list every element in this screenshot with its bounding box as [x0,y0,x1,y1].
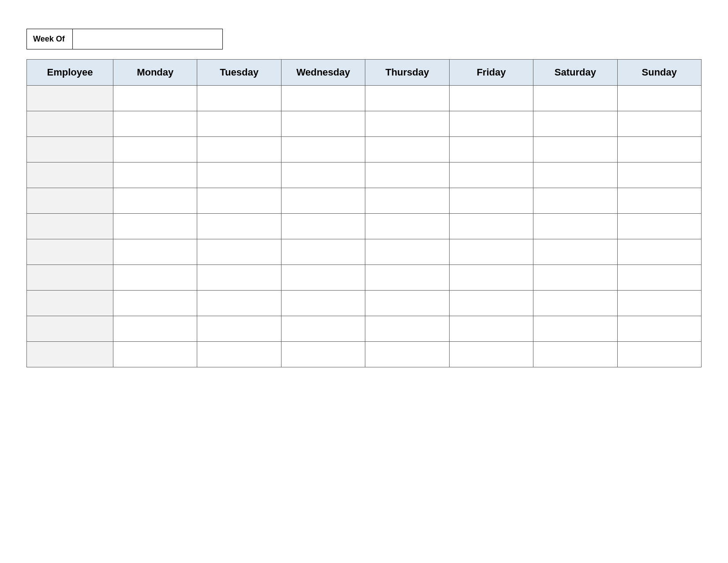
header-monday: Monday [113,60,197,86]
schedule-cell[interactable] [533,265,617,291]
schedule-cell[interactable] [533,188,617,214]
schedule-cell[interactable] [113,342,197,367]
schedule-cell[interactable] [281,291,365,316]
schedule-cell[interactable] [617,162,701,188]
schedule-cell[interactable] [365,342,449,367]
schedule-cell[interactable] [197,214,281,239]
schedule-cell[interactable] [365,265,449,291]
schedule-cell[interactable] [281,188,365,214]
schedule-cell[interactable] [365,111,449,137]
table-body [27,86,702,367]
schedule-cell[interactable] [365,86,449,111]
schedule-cell[interactable] [365,188,449,214]
schedule-cell[interactable] [533,214,617,239]
schedule-cell[interactable] [449,214,533,239]
schedule-cell[interactable] [617,111,701,137]
schedule-cell[interactable] [281,162,365,188]
schedule-cell[interactable] [197,316,281,342]
employee-cell[interactable] [27,162,113,188]
schedule-cell[interactable] [197,86,281,111]
schedule-cell[interactable] [365,316,449,342]
schedule-cell[interactable] [197,188,281,214]
header-employee: Employee [27,60,113,86]
schedule-cell[interactable] [365,162,449,188]
header-friday: Friday [449,60,533,86]
schedule-cell[interactable] [365,291,449,316]
schedule-cell[interactable] [617,214,701,239]
schedule-cell[interactable] [533,342,617,367]
employee-cell[interactable] [27,214,113,239]
schedule-cell[interactable] [113,162,197,188]
schedule-cell[interactable] [197,162,281,188]
schedule-cell[interactable] [617,188,701,214]
schedule-cell[interactable] [449,291,533,316]
schedule-cell[interactable] [449,265,533,291]
employee-cell[interactable] [27,291,113,316]
schedule-cell[interactable] [533,316,617,342]
schedule-cell[interactable] [617,86,701,111]
employee-cell[interactable] [27,188,113,214]
schedule-cell[interactable] [449,316,533,342]
schedule-cell[interactable] [113,316,197,342]
schedule-cell[interactable] [617,316,701,342]
schedule-cell[interactable] [449,111,533,137]
schedule-cell[interactable] [533,137,617,162]
header-saturday: Saturday [533,60,617,86]
schedule-cell[interactable] [113,291,197,316]
schedule-cell[interactable] [197,291,281,316]
schedule-cell[interactable] [113,214,197,239]
schedule-cell[interactable] [281,111,365,137]
schedule-cell[interactable] [533,111,617,137]
schedule-cell[interactable] [533,162,617,188]
schedule-cell[interactable] [449,342,533,367]
table-row [27,342,702,367]
schedule-cell[interactable] [449,137,533,162]
schedule-cell[interactable] [533,239,617,265]
table-header-row: Employee Monday Tuesday Wednesday Thursd… [27,60,702,86]
schedule-cell[interactable] [281,214,365,239]
employee-cell[interactable] [27,86,113,111]
schedule-cell[interactable] [365,214,449,239]
schedule-cell[interactable] [197,111,281,137]
schedule-cell[interactable] [533,86,617,111]
week-of-label: Week Of [26,29,73,49]
schedule-cell[interactable] [281,342,365,367]
schedule-cell[interactable] [617,265,701,291]
schedule-cell[interactable] [197,265,281,291]
employee-cell[interactable] [27,137,113,162]
schedule-cell[interactable] [113,239,197,265]
schedule-cell[interactable] [113,86,197,111]
schedule-cell[interactable] [113,188,197,214]
schedule-cell[interactable] [449,162,533,188]
schedule-cell[interactable] [449,188,533,214]
employee-cell[interactable] [27,342,113,367]
schedule-cell[interactable] [617,291,701,316]
schedule-cell[interactable] [113,137,197,162]
schedule-cell[interactable] [617,137,701,162]
table-row [27,162,702,188]
schedule-cell[interactable] [365,137,449,162]
schedule-cell[interactable] [281,137,365,162]
table-row [27,214,702,239]
schedule-cell[interactable] [113,111,197,137]
employee-cell[interactable] [27,111,113,137]
schedule-cell[interactable] [281,239,365,265]
schedule-cell[interactable] [281,86,365,111]
schedule-cell[interactable] [617,342,701,367]
employee-cell[interactable] [27,316,113,342]
employee-cell[interactable] [27,239,113,265]
schedule-cell[interactable] [281,316,365,342]
schedule-cell[interactable] [449,239,533,265]
week-of-input[interactable] [73,29,223,49]
schedule-cell[interactable] [197,137,281,162]
employee-cell[interactable] [27,265,113,291]
schedule-cell[interactable] [533,291,617,316]
schedule-cell[interactable] [617,239,701,265]
schedule-cell[interactable] [281,265,365,291]
schedule-cell[interactable] [449,86,533,111]
schedule-cell[interactable] [113,265,197,291]
schedule-cell[interactable] [197,342,281,367]
schedule-cell[interactable] [197,239,281,265]
table-row [27,265,702,291]
schedule-cell[interactable] [365,239,449,265]
